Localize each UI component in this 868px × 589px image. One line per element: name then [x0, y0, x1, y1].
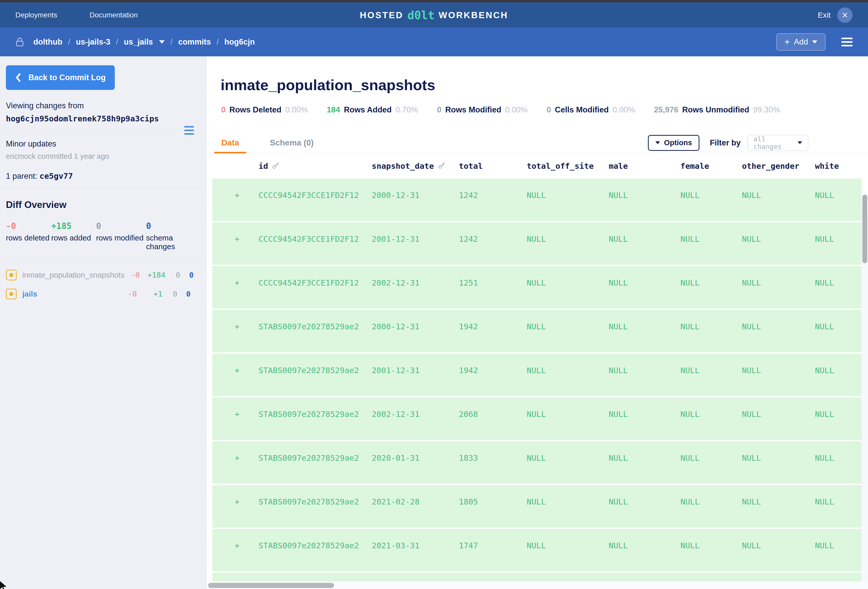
- cell-white: NULL: [815, 497, 862, 506]
- vertical-scrollbar-track[interactable]: [862, 212, 868, 582]
- cell-total_off_site: NULL: [527, 366, 609, 375]
- table-row-added: +STABS0097e20278529ae22002-12-312068NULL…: [213, 398, 862, 440]
- cell-white: NULL: [815, 322, 862, 331]
- column-header-total: total: [459, 161, 527, 171]
- column-header-label: total_off_site: [527, 161, 593, 171]
- cell-white: NULL: [815, 453, 862, 462]
- table-modified-dot: [9, 273, 13, 277]
- table-body: +CCCC94542F3CCE1FD2F122000-12-311242NULL…: [213, 178, 862, 571]
- diff-stat-value: 184: [327, 105, 340, 115]
- parent-commit-link[interactable]: ce5gv77: [40, 171, 73, 181]
- cell-male: NULL: [609, 190, 681, 200]
- cell-white: NULL: [815, 234, 862, 243]
- back-to-commit-log-button[interactable]: Back to Commit Log: [6, 65, 115, 90]
- diff-summary: -0rows deleted+185rows added0rows modifi…: [6, 221, 200, 251]
- table-row-added: +STABS0097e20278529ae22021-02-281805NULL…: [213, 485, 862, 527]
- exit-button[interactable]: Exit: [818, 11, 831, 19]
- diff-stat-value: 0: [437, 105, 441, 115]
- diff-stat-label: Rows Modified: [445, 105, 501, 115]
- table-modified-icon: [6, 269, 17, 280]
- dolt-logo: d0lt: [407, 9, 434, 22]
- changed-table-name[interactable]: jails: [22, 290, 37, 298]
- changed-table-item[interactable]: inmate_population_snapshots-0+18400: [6, 265, 200, 284]
- diff-stat-percent: 99.30%: [753, 105, 780, 115]
- breadcrumb-database[interactable]: us_jails: [124, 37, 153, 47]
- cell-other_gender: NULL: [742, 278, 815, 287]
- cell-male: NULL: [609, 497, 681, 506]
- lock-icon: [15, 37, 24, 47]
- nav-link-deployments[interactable]: Deployments: [15, 11, 57, 19]
- diff-stat-label: Cells Modified: [555, 105, 609, 115]
- changed-table-item[interactable]: jails-0+100: [6, 284, 200, 303]
- diff-stat: 0Cells Modified0.00%: [547, 105, 635, 115]
- vertical-scrollbar-thumb[interactable]: [862, 194, 867, 263]
- horizontal-scrollbar-track[interactable]: [207, 582, 868, 589]
- diff-stat-label: Rows Added: [344, 105, 392, 115]
- sidebar-collapse-button[interactable]: [184, 126, 194, 135]
- cell-total_off_site: NULL: [527, 234, 609, 243]
- cell-id: STABS0097e20278529ae2: [258, 541, 372, 550]
- column-header-label: snapshot_date: [372, 161, 434, 171]
- menu-hamburger-button[interactable]: [841, 38, 853, 46]
- column-header-label: id: [258, 161, 268, 171]
- changed-table-name[interactable]: inmate_population_snapshots: [22, 271, 124, 280]
- table-row-added: +CCCC94542F3CCE1FD2F122001-12-311242NULL…: [213, 222, 862, 265]
- diff-stat-value: 0: [221, 105, 226, 115]
- breadcrumb-commit-ref[interactable]: hog6cjn: [224, 37, 255, 47]
- database-dropdown-caret-icon[interactable]: [159, 40, 165, 44]
- diff-stat: 25,976Rows Unmodified99.30%: [654, 105, 780, 115]
- options-button[interactable]: Options: [648, 135, 700, 151]
- schema-changes-count: 0: [177, 290, 190, 298]
- diff-stat-percent: 0.00%: [505, 105, 528, 115]
- cell-other_gender: NULL: [742, 234, 815, 243]
- nav-link-documentation[interactable]: Documentation: [89, 11, 137, 19]
- cell-snapshot_date: 2000-12-31: [372, 190, 459, 200]
- diff-stat-percent: 0.70%: [396, 105, 418, 115]
- column-header-label: other_gender: [742, 161, 799, 171]
- close-button[interactable]: [837, 7, 853, 23]
- breadcrumb-deployment[interactable]: us-jails-3: [76, 37, 110, 47]
- changed-table-counts: -0+100: [121, 290, 200, 298]
- column-header-other_gender: other_gender: [742, 161, 815, 171]
- cell-total: 1805: [459, 497, 527, 506]
- table-row-added: +CCCC94542F3CCE1FD2F122002-12-311251NULL…: [213, 266, 862, 309]
- cell-female: NULL: [681, 541, 742, 550]
- filter-dropdown[interactable]: all changes: [747, 135, 808, 151]
- breadcrumb-owner[interactable]: dolthub: [33, 37, 62, 47]
- tabs-bar: Data Schema (0) Options Filter by all ch…: [207, 133, 868, 153]
- column-header-male: male: [609, 161, 681, 171]
- viewing-changes-label: Viewing changes from: [6, 101, 200, 110]
- cell-other_gender: NULL: [742, 190, 815, 200]
- cell-male: NULL: [609, 409, 681, 419]
- cell-total: 1942: [459, 322, 527, 331]
- horizontal-scrollbar-thumb[interactable]: [208, 583, 334, 588]
- commit-hash: hog6cjn95odomlrenek758h9p9a3cips: [6, 114, 200, 123]
- cell-white: NULL: [815, 190, 862, 200]
- cell-total: 1942: [459, 366, 527, 375]
- cell-male: NULL: [609, 366, 681, 375]
- cell-male: NULL: [609, 322, 681, 331]
- chevron-left-icon: [15, 73, 22, 82]
- diff-stat-percent: 0.00%: [285, 105, 308, 115]
- filter-by-label: Filter by: [710, 138, 741, 147]
- tab-schema[interactable]: Schema (0): [263, 133, 321, 153]
- diff-stat: 184Rows Added0.70%: [327, 105, 418, 115]
- diff-main-panel: inmate_population_snapshots 0Rows Delete…: [207, 56, 868, 589]
- cell-snapshot_date: 2021-03-31: [372, 541, 459, 550]
- cell-id: STABS0097e20278529ae2: [258, 453, 372, 462]
- row-added-marker: +: [235, 322, 258, 331]
- diff-stat: 0Rows Modified0.00%: [437, 105, 528, 115]
- table-header-row: idsnapshot_datetotaltotal_off_sitemalefe…: [213, 153, 862, 178]
- cell-total_off_site: NULL: [527, 190, 609, 200]
- tab-data[interactable]: Data: [214, 133, 246, 153]
- diff-overview-title: Diff Overview: [6, 199, 200, 210]
- cell-total_off_site: NULL: [527, 541, 609, 550]
- browser-top-strip: [0, 0, 868, 2]
- cell-white: NULL: [815, 409, 862, 419]
- add-button[interactable]: + Add: [776, 33, 825, 51]
- diff-summary-value: 0: [146, 221, 200, 231]
- breadcrumb-commits[interactable]: commits: [178, 37, 211, 47]
- rows-deleted-count: -0: [124, 271, 140, 280]
- diff-summary-label: rows deleted: [6, 234, 51, 242]
- cell-id: CCCC94542F3CCE1FD2F12: [258, 278, 372, 287]
